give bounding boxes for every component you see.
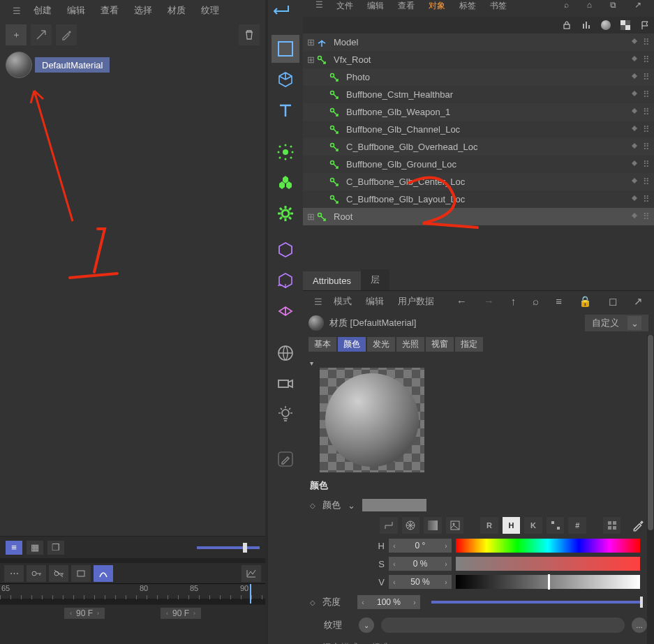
brightness-spinner[interactable]: ‹100 %› (357, 595, 420, 609)
dots-icon[interactable]: ⠿ (643, 177, 650, 187)
pencil-mode-icon[interactable] (272, 445, 299, 473)
object-row[interactable]: Photo⠿ (303, 68, 654, 86)
nexus-mode-icon[interactable] (272, 297, 299, 325)
texture-path-field[interactable] (381, 617, 625, 633)
attributes-scrollbar[interactable] (647, 335, 654, 644)
lock-icon[interactable]: 🔒 (573, 295, 597, 308)
search-icon[interactable]: ⌕ (558, 0, 574, 10)
eyedropper-icon[interactable] (56, 24, 77, 45)
corner-icon[interactable] (380, 517, 398, 534)
object-row[interactable]: Buffbone_Glb_Ground_Loc⠿ (303, 156, 654, 173)
dots-icon[interactable]: ⋯ (4, 565, 24, 582)
collapse-triangle-icon[interactable]: ▾ (310, 359, 313, 367)
trash-icon[interactable] (239, 24, 260, 45)
globe-mode-icon[interactable] (272, 339, 299, 367)
return-icon[interactable] (273, 4, 298, 18)
visibility-icon[interactable] (630, 142, 639, 152)
object-row[interactable]: Buffbone_Cstm_Healthbar⠿ (303, 86, 654, 103)
axis-cube-icon[interactable] (272, 267, 299, 294)
wheel-icon[interactable] (402, 517, 420, 534)
image-icon[interactable] (446, 517, 464, 534)
expand-icon[interactable]: ⊞ (307, 211, 317, 222)
dots-icon[interactable]: ⠿ (643, 89, 650, 100)
s-gradient[interactable] (456, 557, 640, 571)
marker-icon[interactable] (71, 565, 91, 582)
swatch-grid-icon[interactable] (547, 517, 565, 534)
menu-view[interactable]: 查看 (94, 4, 126, 17)
gear-mode-icon[interactable] (272, 200, 299, 227)
popout-icon[interactable]: ↗ (628, 295, 648, 308)
share-icon[interactable] (31, 24, 52, 45)
v-spinner[interactable]: ‹50 %› (389, 575, 452, 589)
texture-expand-button[interactable]: ⌄ (359, 617, 374, 633)
brightness-slider[interactable] (431, 601, 643, 604)
object-row[interactable]: Buffbone_Glb_Channel_Loc⠿ (303, 121, 654, 138)
visibility-icon[interactable] (630, 124, 639, 135)
camera-mode-icon[interactable] (272, 370, 299, 398)
visibility-icon[interactable] (630, 211, 639, 222)
hamburger-icon[interactable]: ☰ (6, 6, 20, 16)
timeline-ruler[interactable]: 65 80 85 90 (0, 583, 265, 599)
subtab-viewport[interactable]: 视窗 (426, 337, 454, 352)
menu-view[interactable]: 查看 (392, 0, 420, 12)
back-icon[interactable]: ← (451, 295, 473, 308)
visibility-icon[interactable] (630, 107, 639, 117)
h-gradient[interactable] (456, 539, 640, 553)
flag-icon[interactable] (639, 19, 651, 31)
menu-objects[interactable]: 对象 (423, 0, 451, 12)
volume-mode-icon[interactable] (272, 236, 299, 264)
light-mode-icon[interactable] (272, 400, 299, 428)
eyedropper-icon[interactable] (629, 517, 647, 534)
key-icon[interactable] (27, 565, 46, 582)
object-row[interactable]: ⊞Root⠿ (303, 208, 654, 225)
shader-dropdown[interactable]: 自定义 ⌄ (585, 315, 648, 331)
lock-icon[interactable] (560, 19, 573, 31)
object-row[interactable]: C_Buffbone_Glb_Overhead_Loc⠿ (303, 138, 654, 156)
layers-view-icon[interactable]: ❐ (47, 541, 64, 555)
h-spinner[interactable]: ‹0 °› (389, 539, 452, 553)
popout-icon[interactable]: ⧉ (604, 0, 622, 10)
dots-icon[interactable]: ⠿ (643, 142, 650, 152)
dots-icon[interactable]: ⠿ (643, 194, 650, 204)
visibility-icon[interactable] (630, 54, 639, 65)
menu-userdata[interactable]: 用户数据 (392, 295, 440, 308)
menu-mode[interactable]: 模式 (328, 295, 357, 308)
add-button[interactable]: ＋ (6, 24, 27, 45)
material-thumbnail[interactable] (6, 52, 32, 78)
menu-texture[interactable]: 纹理 (194, 4, 226, 17)
subtab-color[interactable]: 颜色 (338, 337, 366, 352)
expand-icon[interactable]: ⊞ (307, 37, 317, 47)
hamburger-icon[interactable]: ☰ (310, 0, 322, 10)
chevron-down-icon[interactable]: ⌄ (348, 500, 355, 511)
texture-browse-button[interactable]: … (632, 617, 647, 633)
dots-icon[interactable]: ⠿ (643, 159, 650, 170)
model-mode-icon[interactable] (272, 35, 299, 63)
list-view-icon[interactable]: ≡ (6, 541, 22, 555)
spectrum-icon[interactable] (424, 517, 442, 534)
visibility-icon[interactable] (630, 177, 639, 187)
material-name-label[interactable]: DefaultMaterial (35, 57, 110, 73)
graph-icon[interactable] (241, 565, 261, 582)
undock-icon[interactable]: ↗ (629, 0, 647, 10)
subtab-luminance[interactable]: 发光 (367, 337, 395, 352)
zoom-slider[interactable] (197, 546, 260, 549)
dots-icon[interactable]: ⠿ (643, 107, 650, 117)
filter-icon[interactable]: ≡ (550, 295, 567, 308)
swatches-icon[interactable] (603, 517, 621, 534)
menu-edit[interactable]: 编辑 (360, 295, 389, 308)
subtab-illumination[interactable]: 光照 (396, 337, 424, 352)
sphere-icon[interactable] (600, 19, 612, 31)
dots-icon[interactable]: ⠿ (643, 54, 650, 65)
menu-create[interactable]: 创建 (27, 4, 59, 17)
chevron-down-icon[interactable]: ⌄ (627, 316, 641, 330)
menu-edit[interactable]: 编辑 (60, 4, 92, 17)
object-row[interactable]: ⊞Model⠿ (303, 33, 654, 51)
mode-k-button[interactable]: K (524, 517, 542, 534)
grid-view-icon[interactable]: ▦ (27, 541, 43, 555)
color-swatch[interactable] (362, 499, 426, 511)
cluster-mode-icon[interactable] (272, 169, 299, 197)
home-icon[interactable]: ⌂ (581, 0, 597, 10)
tab-layers[interactable]: 层 (361, 269, 389, 290)
forward-icon[interactable]: → (478, 295, 500, 308)
menu-tags[interactable]: 标签 (454, 0, 482, 12)
